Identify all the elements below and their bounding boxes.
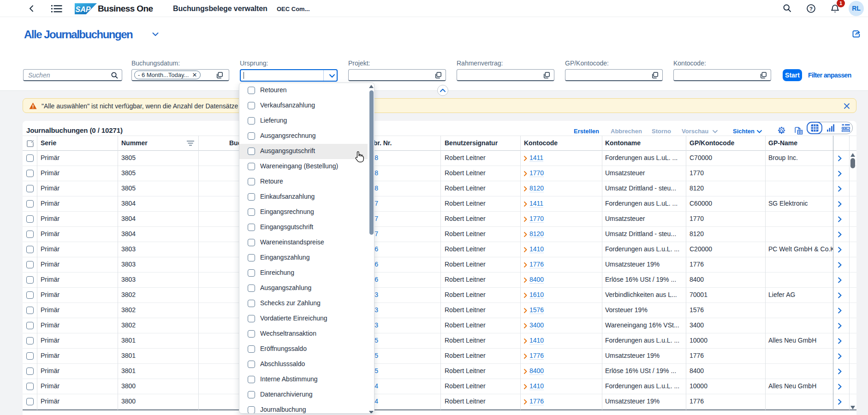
svg-text:?: ? xyxy=(809,6,813,12)
svg-text:SAP: SAP xyxy=(76,6,91,13)
